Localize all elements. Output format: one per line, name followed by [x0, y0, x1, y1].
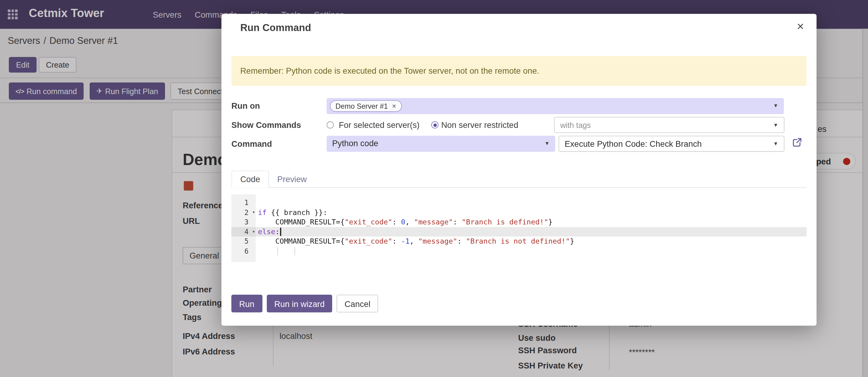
warning-alert: Remember: Python code is executed on the…	[231, 56, 807, 86]
radio-for-selected-servers[interactable]	[327, 121, 334, 128]
radio-non-server-restricted-label[interactable]: Non server restricted	[441, 120, 518, 130]
run-on-field[interactable]: Demo Server #1 ✕ ▾	[327, 98, 784, 114]
run-in-wizard-button[interactable]: Run in wizard	[267, 295, 332, 313]
show-commands-label: Show Commands	[231, 120, 301, 130]
external-link-icon[interactable]	[792, 137, 802, 147]
line-number-6: 6	[231, 246, 256, 256]
command-select[interactable]: Execute Python Code: Check Branch ▾	[558, 136, 784, 152]
line-number-4: 4▾	[231, 227, 256, 237]
line-number-5: 5	[231, 237, 256, 246]
caret-down-icon[interactable]: ▾	[774, 102, 777, 108]
code-line-1[interactable]	[258, 198, 807, 207]
editor-gutter: 1 2▾ 3 4▾ 5 6	[231, 194, 256, 262]
cancel-button[interactable]: Cancel	[337, 295, 378, 313]
code-line-2[interactable]: if {{ branch }}:	[258, 207, 807, 217]
chevron-down-icon[interactable]: ▾	[546, 140, 549, 146]
run-on-label: Run on	[231, 101, 260, 110]
code-line-5[interactable]: COMMAND_RESULT={"exit_code": -1, "messag…	[258, 237, 807, 246]
tab-preview[interactable]: Preview	[269, 171, 315, 187]
close-icon[interactable]: ✕	[797, 21, 804, 33]
modal-title: Run Command	[240, 22, 311, 34]
notebook-tabs: Code Preview	[231, 170, 807, 188]
with-tags-select[interactable]: with tags ▾	[554, 117, 785, 133]
code-line-3[interactable]: COMMAND_RESULT={"exit_code": 0, "message…	[258, 217, 807, 227]
remove-tag-icon[interactable]: ✕	[392, 103, 396, 109]
command-label: Command	[231, 139, 272, 149]
run-button[interactable]: Run	[231, 295, 262, 313]
run-command-modal: Run Command ✕ Remember: Python code is e…	[222, 14, 816, 325]
alert-text: Remember: Python code is executed on the…	[240, 56, 539, 86]
line-number-3: 3	[231, 217, 256, 227]
fold-arrow-icon[interactable]: ▾	[252, 207, 255, 217]
fold-arrow-icon[interactable]: ▾	[252, 227, 255, 237]
indent-guide	[277, 246, 278, 255]
tab-code[interactable]: Code	[231, 171, 269, 187]
server-tag[interactable]: Demo Server #1 ✕	[330, 100, 402, 112]
modal-footer: Run Run in wizard Cancel	[231, 295, 378, 313]
command-type-select[interactable]: Python code ▾	[327, 136, 555, 152]
code-line-4[interactable]: else:	[256, 227, 807, 237]
caret-down-icon[interactable]: ▾	[774, 141, 777, 147]
indent-guide	[294, 246, 295, 255]
code-editor[interactable]: 1 2▾ 3 4▾ 5 6 if {{ branch }}: COMMAND_R…	[231, 194, 807, 262]
radio-for-selected-servers-label[interactable]: For selected server(s)	[339, 120, 420, 130]
screen: Cetmix Tower Servers Commands Files Tool…	[0, 0, 868, 377]
caret-down-icon[interactable]: ▾	[774, 122, 777, 128]
text-cursor-icon	[280, 228, 281, 236]
line-number-1: 1	[231, 198, 256, 207]
code-line-6[interactable]	[258, 246, 807, 256]
line-number-2: 2▾	[231, 207, 256, 217]
code-area[interactable]: if {{ branch }}: COMMAND_RESULT={"exit_c…	[256, 194, 807, 262]
radio-non-server-restricted[interactable]	[431, 121, 439, 128]
